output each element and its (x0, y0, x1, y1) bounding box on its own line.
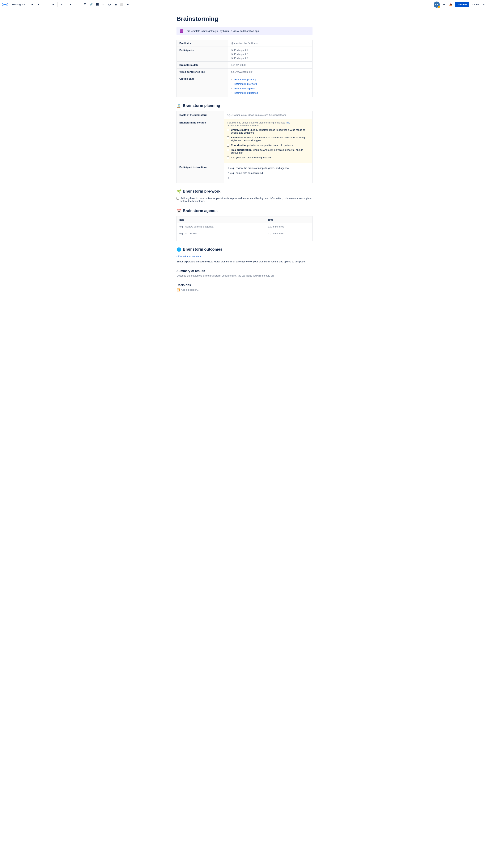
add-decision-text: Add a decision... (181, 288, 199, 291)
agenda-emoji: 📅 (176, 209, 181, 213)
table-row: Facilitator @ mention the facilitator (177, 40, 313, 47)
link-brainstorm-outcomes[interactable]: Brainstorm outcomes (234, 91, 258, 94)
table-row: Participant instructions e.g., review th… (177, 163, 313, 183)
link-button[interactable]: 🔗 (88, 2, 94, 7)
participant-2: @ Participant 2 (231, 53, 310, 56)
method-custom-checkbox[interactable] (227, 156, 229, 159)
decisions-heading: Decisions (176, 283, 313, 287)
emoji-button[interactable]: ☺ (100, 2, 106, 7)
method-round-robin: Round robin- get a fresh perspective on … (227, 144, 310, 147)
page-title: Brainstorming (176, 15, 313, 22)
add-collaborator-button[interactable]: + (441, 2, 447, 7)
agenda-row3-item (177, 237, 265, 241)
toolbar: Heading 2 ▾ B I ... ≡ A • 1. ☑ 🔗 🖼 ☺ @ ⊞… (0, 0, 489, 9)
method-silent-circuit-checkbox[interactable] (227, 136, 229, 139)
prework-heading: 🌱 Brainstorm pre-work (176, 189, 313, 194)
link-brainstorm-agenda[interactable]: Brainstorm agenda (234, 87, 255, 90)
planning-table: Goals of the brainstorm e.g., Gather lot… (176, 111, 313, 183)
more-insert-button[interactable]: + (125, 2, 131, 7)
numbered-list-button[interactable]: 1. (74, 2, 79, 7)
outcomes-section: 🌐 Brainstorm outcomes <Embed your result… (176, 247, 313, 291)
link-brainstorm-planning[interactable]: Brainstorm planning (234, 78, 257, 81)
method-idea-prioritization: Idea prioritization- visualize and align… (227, 149, 310, 154)
outcomes-emoji: 🌐 (176, 247, 181, 252)
layout-button[interactable]: ⬜ (119, 2, 124, 7)
bullet-list-button[interactable]: • (68, 2, 73, 7)
prework-text: Add any links to docs or files for parti… (180, 197, 313, 203)
table-row (177, 237, 313, 241)
mention-button[interactable]: @ (107, 2, 112, 7)
color-button[interactable]: A (59, 2, 64, 7)
prework-checkbox[interactable] (176, 197, 179, 199)
instruction-3 (230, 176, 310, 181)
methods-value: Visit Mural to check out their brainstor… (224, 119, 312, 163)
method-custom: Add your own brainstorming method. (227, 156, 310, 159)
agenda-row2-time: e.g., 5 minutes (265, 230, 313, 237)
italic-button[interactable]: I (36, 2, 41, 7)
table-row: Video conference link e.g., www.zoom.us/ (177, 68, 313, 75)
method-creative-matrix-checkbox[interactable] (227, 129, 229, 131)
embed-results-link[interactable]: <Embed your results> (176, 255, 201, 258)
toolbar-divider-4 (66, 2, 66, 7)
method-round-robin-checkbox[interactable] (227, 144, 229, 147)
methods-label: Brainstorming method (177, 119, 224, 163)
agenda-table: Item Time e.g., Review goals and agenda … (176, 216, 313, 241)
agenda-heading: 📅 Brainstorm agenda (176, 209, 313, 213)
user-avatar[interactable]: CK (434, 2, 440, 8)
participants-label: Participants (177, 47, 228, 62)
add-decision-row: 🔀 Add a decision... (176, 288, 313, 291)
table-button[interactable]: ⊞ (113, 2, 118, 7)
info-table: Facilitator @ mention the facilitator Pa… (176, 40, 313, 97)
image-button[interactable]: 🖼 (94, 2, 100, 7)
close-button[interactable]: Close (471, 2, 480, 7)
on-this-page-label: On this page (177, 75, 228, 97)
outcomes-heading: 🌐 Brainstorm outcomes (176, 247, 313, 252)
table-row: Participants @ Participant 1 @ Participa… (177, 47, 313, 62)
agenda-row3-time (265, 237, 313, 241)
instruction-1: e.g., review the brainstorm inputs, goal… (230, 166, 310, 170)
planning-heading: ⏳ Brainstorm planning (176, 103, 313, 108)
participants-value: @ Participant 1 @ Participant 2 @ Partic… (228, 47, 313, 62)
agenda-row1-time: e.g., 5 minutes (265, 223, 313, 230)
avatar-initials: CK (435, 3, 438, 6)
table-row: Brainstorm date Feb 12, 2020 (177, 62, 313, 68)
publish-button[interactable]: Publish (455, 2, 469, 7)
outcomes-description: Either export and embed a virtual Mural … (176, 260, 313, 263)
on-this-page-links: Brainstorm planning Brainstorm pre-work … (228, 75, 313, 97)
share-button[interactable]: 📤 (448, 2, 454, 7)
method-creative-matrix: Creative matrix- quickly generate ideas … (227, 128, 310, 134)
brainstorm-date-label: Brainstorm date (177, 62, 228, 68)
notice-text: This template is brought to you by Mural… (185, 30, 260, 32)
table-row: Goals of the brainstorm e.g., Gather lot… (177, 111, 313, 119)
bold-button[interactable]: B (30, 2, 35, 7)
method-silent-circuit: Silent circuit- run a brainstorm that is… (227, 136, 310, 142)
video-conf-label: Video conference link (177, 68, 228, 75)
participant-1: @ Participant 1 (231, 49, 310, 52)
facilitator-label: Facilitator (177, 40, 228, 47)
more-format-button[interactable]: ... (42, 2, 47, 7)
toolbar-right: CK + 📤 Publish Close ··· (434, 2, 487, 8)
goals-value: e.g., Gather lots of ideas from a cross … (224, 111, 312, 119)
prework-heading-text: Brainstorm pre-work (183, 189, 221, 193)
agenda-header-row: Item Time (177, 216, 313, 223)
mural-link[interactable]: link (286, 121, 290, 124)
content-area: Brainstorming 🟪 This template is brought… (172, 9, 317, 313)
task-button[interactable]: ☑ (82, 2, 88, 7)
table-row: e.g., Ice breaker e.g., 5 minutes (177, 230, 313, 237)
summary-text: Describe the outcomes of the brainstorm … (176, 274, 313, 277)
toolbar-divider-2 (49, 2, 49, 7)
align-button[interactable]: ≡ (51, 2, 56, 7)
prework-checkbox-item: Add any links to docs or files for parti… (176, 197, 313, 203)
heading-style-select[interactable]: Heading 2 ▾ (10, 2, 26, 7)
summary-heading: Summary of results (176, 269, 313, 273)
agenda-col-item: Item (177, 216, 265, 223)
instruction-2: e.g., come with an open mind (230, 170, 310, 176)
prework-emoji: 🌱 (176, 189, 181, 194)
more-options-button[interactable]: ··· (482, 2, 487, 7)
link-brainstorm-prework[interactable]: Brainstorm pre-work (234, 83, 257, 85)
participant-instructions-label: Participant instructions (177, 163, 224, 183)
agenda-row2-item: e.g., Ice breaker (177, 230, 265, 237)
outcomes-divider-2 (176, 280, 313, 280)
method-idea-prioritization-checkbox[interactable] (227, 149, 229, 151)
participant-instructions-value: e.g., review the brainstorm inputs, goal… (224, 163, 312, 183)
